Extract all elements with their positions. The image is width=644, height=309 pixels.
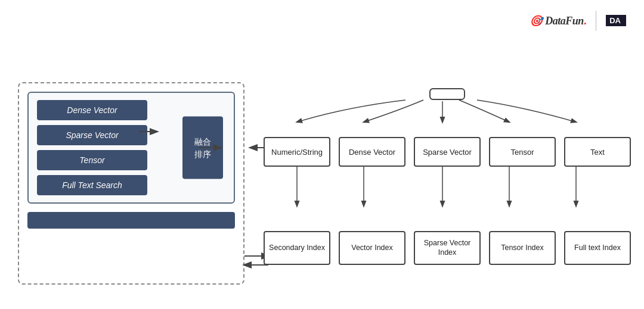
col-type-dense: Dense Vector [339, 137, 405, 167]
full-text-search-item: Full Text Search [37, 175, 147, 195]
datafun-logo: 🎯 DataFun. [530, 14, 586, 27]
col-types-row: Numeric/String Dense Vector Sparse Vecto… [262, 137, 632, 167]
logo-divider [596, 11, 596, 31]
index-row: Secondary Index Vector Index Sparse Vect… [262, 231, 632, 265]
col-type-text: Text [564, 137, 631, 167]
tensor-index-box: Tensor Index [489, 231, 556, 265]
sparse-vector-item: Sparse Vector [37, 125, 147, 145]
col-type-tensor: Tensor [489, 137, 556, 167]
sparse-vector-index-box: Sparse Vector Index [414, 231, 481, 265]
left-diagram: Dense Vector Sparse Vector Tensor Full T… [18, 82, 244, 285]
full-text-index-box: Full text Index [564, 231, 631, 265]
da-label: DA [606, 15, 626, 26]
logo-area: 🎯 DataFun. DA [530, 11, 626, 31]
right-diagram: Numeric/String Dense Vector Sparse Vecto… [262, 82, 632, 285]
columnar-store-box [429, 88, 465, 100]
recall-box: Dense Vector Sparse Vector Tensor Full T… [27, 92, 235, 204]
recall-items: Dense Vector Sparse Vector Tensor Full T… [37, 100, 147, 195]
merge-box: 融合排序 [182, 117, 223, 179]
dense-vector-item: Dense Vector [37, 100, 147, 120]
vector-index-box: Vector Index [339, 231, 405, 265]
da-logo: DA [606, 15, 626, 27]
col-type-sparse: Sparse Vector [414, 137, 481, 167]
tensor-item: Tensor [37, 150, 147, 170]
query-box [27, 212, 235, 229]
col-type-numeric: Numeric/String [264, 137, 330, 167]
secondary-index-box: Secondary Index [264, 231, 330, 265]
